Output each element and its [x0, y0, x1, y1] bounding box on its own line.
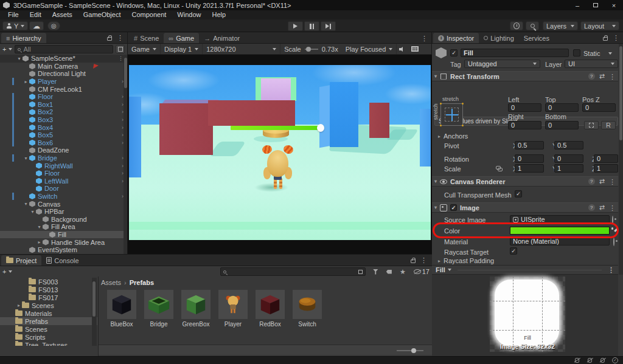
foldout-icon[interactable]: ▸ [23, 79, 29, 84]
pivot-x-field[interactable]: 0.5 [515, 141, 544, 149]
status-code-coverage-icon[interactable] [599, 357, 606, 363]
lock-icon[interactable] [603, 37, 608, 41]
foldout-icon[interactable]: ▾ [36, 224, 43, 230]
foldout-icon[interactable]: ▾ [16, 56, 23, 61]
posz-field[interactable]: 0 [582, 103, 616, 112]
hierarchy-row[interactable]: Directional Light [0, 70, 128, 78]
presets-icon[interactable]: ⇄ [599, 72, 605, 80]
hierarchy-row[interactable]: LeftWall › [0, 177, 128, 185]
tab-scene[interactable]: # Scene [129, 33, 164, 43]
kebab-menu-icon[interactable]: ⋮ [421, 35, 428, 41]
search-by-type-icon[interactable] [373, 269, 378, 275]
chevron-down-icon[interactable] [9, 48, 12, 50]
add-object-button[interactable]: + [2, 46, 6, 53]
raycast-padding-foldout[interactable]: ▸ Raycast Padding [438, 257, 494, 264]
source-image-field[interactable]: UISprite [510, 215, 610, 224]
tab-inspector[interactable]: i Inspector [433, 33, 479, 43]
scale-z-field[interactable]: 1 [594, 164, 618, 173]
tab-console[interactable]: Console [41, 255, 83, 266]
blueprint-mode-button[interactable] [584, 121, 599, 129]
hierarchy-row[interactable]: ▸ Handle Slide Area [0, 238, 128, 246]
foldout-icon[interactable]: ▾ [23, 156, 29, 161]
hierarchy-row[interactable]: RightWall › [0, 162, 128, 170]
tab-hierarchy[interactable]: ≡ Hierarchy [1, 33, 46, 43]
preview-header[interactable]: Fill ⋮ [432, 265, 618, 275]
search-by-label-icon[interactable] [386, 270, 392, 274]
bottom-field[interactable]: 0 [545, 121, 579, 129]
layers-dropdown[interactable]: Layers [543, 21, 578, 30]
game-view-dropdown[interactable]: Game [128, 44, 161, 54]
menu-item-component[interactable]: Component [126, 10, 172, 19]
hierarchy-row[interactable]: Main Camera [0, 63, 128, 70]
minimize-button[interactable]: – [568, 0, 586, 10]
hierarchy-row[interactable]: Door [0, 185, 128, 193]
hierarchy-row[interactable]: Background [0, 215, 128, 223]
favorites-star-icon[interactable]: ★ [400, 268, 406, 276]
account-button[interactable]: Y [2, 21, 28, 30]
folder-row[interactable]: FS017 [0, 294, 97, 301]
rotation-y-field[interactable]: 0 [554, 154, 583, 163]
cull-transparent-mesh-checkbox[interactable]: ✓ [515, 190, 522, 197]
static-checkbox[interactable] [573, 49, 580, 57]
hierarchy-row[interactable]: ▾ SampleScene* ⋮ [0, 55, 128, 63]
kebab-menu-icon[interactable]: ⋮ [609, 205, 616, 211]
lock-icon[interactable] [107, 37, 112, 41]
hierarchy-row[interactable]: ▾ Canvas [0, 200, 128, 208]
folder-row[interactable]: FS013 [0, 286, 97, 294]
object-picker-icon[interactable] [613, 238, 614, 246]
search-window-icon[interactable] [358, 270, 363, 274]
lock-icon[interactable] [411, 259, 416, 263]
cloud-button[interactable]: ☁ [29, 21, 44, 30]
folder-row[interactable]: Tree_Textures [0, 341, 97, 346]
tab-game[interactable]: ∞ Game [164, 33, 199, 43]
rotation-x-field[interactable]: 0 [515, 154, 544, 163]
maximize-button[interactable] [586, 0, 605, 10]
pivot-y-field[interactable]: 0.5 [554, 141, 583, 149]
menu-item-file[interactable]: File [2, 10, 24, 19]
right-field[interactable]: 0 [508, 121, 541, 129]
foldout-icon[interactable]: ▸ [36, 239, 43, 245]
menu-item-window[interactable]: Window [172, 10, 206, 19]
step-button[interactable] [321, 21, 336, 31]
rect-transform-header[interactable]: ▾ Rect Transform ?⇄⋮ [432, 71, 618, 81]
prefab-tile[interactable]: GreenBox [181, 290, 211, 328]
kebab-menu-icon[interactable]: ⋮ [118, 55, 124, 61]
layer-dropdown[interactable]: UI [565, 60, 618, 68]
status-progress-icon[interactable]: ✓ [612, 357, 618, 363]
folder-row[interactable]: ▸ Scenes [0, 301, 97, 309]
color-swatch[interactable] [510, 227, 610, 235]
hierarchy-row[interactable]: ▾ HPBar [0, 208, 128, 216]
hierarchy-row[interactable]: Box4 › [0, 123, 128, 131]
scale-x-field[interactable]: 1 [515, 164, 544, 173]
folder-row[interactable]: Scripts [0, 333, 97, 341]
top-field[interactable]: 0 [545, 103, 579, 112]
folder-row[interactable]: FS003 [0, 278, 97, 286]
foldout-icon[interactable]: ▾ [23, 201, 29, 207]
play-button[interactable] [288, 21, 303, 31]
canvas-renderer-header[interactable]: ▾ Canvas Renderer ?⇄⋮ [432, 176, 618, 187]
menu-item-help[interactable]: Help [206, 10, 231, 19]
pause-button[interactable] [304, 21, 319, 31]
kebab-menu-icon[interactable]: ⋮ [420, 257, 427, 263]
hidden-packages-toggle[interactable]: 17 [414, 268, 430, 275]
hierarchy-row[interactable]: EventSystem [0, 246, 128, 254]
hierarchy-search-input[interactable]: All [15, 45, 113, 53]
tab-project[interactable]: Project [1, 255, 41, 266]
game-viewport[interactable] [128, 55, 432, 254]
image-header[interactable]: ▾ ✓ Image ?⇄⋮ [432, 202, 618, 213]
image-enabled-checkbox[interactable]: ✓ [450, 204, 457, 211]
status-debugger-icon[interactable] [574, 357, 580, 363]
prefab-tile[interactable]: Switch [293, 290, 322, 328]
foldout-icon[interactable]: ▾ [29, 209, 36, 215]
hierarchy-scrollbar[interactable] [124, 55, 128, 254]
add-asset-button[interactable]: + [2, 268, 6, 275]
left-field[interactable]: 0 [508, 103, 541, 112]
raycast-target-checkbox[interactable]: ✓ [510, 247, 517, 255]
anchor-preset-widget[interactable] [440, 103, 463, 126]
prefab-tile[interactable]: RedBox [256, 290, 285, 328]
active-checkbox[interactable]: ✓ [450, 49, 458, 57]
thumbnail-size-slider[interactable] [397, 350, 423, 351]
search-button[interactable] [526, 21, 539, 30]
hierarchy-row[interactable]: Box5 › [0, 131, 128, 139]
material-field[interactable]: None (Material) [510, 237, 610, 246]
